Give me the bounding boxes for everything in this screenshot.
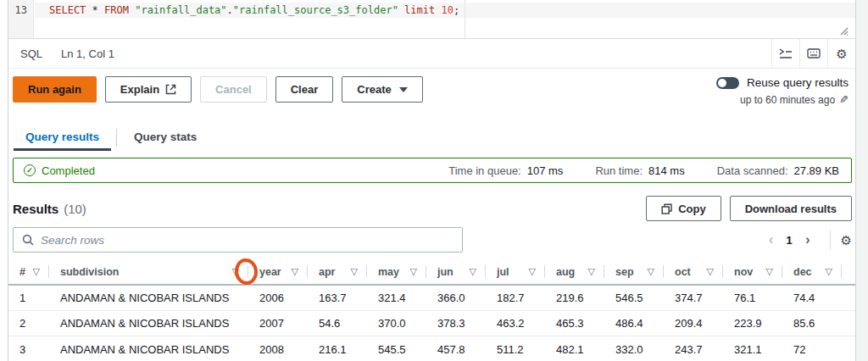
filter-icon[interactable]: ▽	[410, 266, 417, 277]
format-query-icon[interactable]	[771, 39, 799, 68]
download-results-button[interactable]: Download results	[730, 196, 852, 221]
filter-icon[interactable]: ▽	[292, 266, 298, 277]
sql-query-line[interactable]: SELECT * FROM "rainfall_data"."rainfall_…	[35, 3, 855, 18]
tab-query-results[interactable]: Query results	[8, 123, 116, 151]
column-header[interactable]: oct▽	[664, 259, 723, 284]
filter-icon[interactable]: ▽	[232, 266, 239, 277]
reuse-query-results-block: Reuse query results up to 60 minutes ago…	[716, 76, 849, 106]
column-header[interactable]: may▽	[367, 259, 426, 284]
toggle-knob	[718, 79, 726, 87]
next-page-icon[interactable]: ›	[798, 231, 818, 248]
cell: 3	[8, 343, 49, 356]
cell: 370.0	[367, 317, 426, 330]
explain-button[interactable]: Explain	[105, 76, 192, 103]
run-again-button[interactable]: Run again	[13, 76, 97, 103]
copy-button[interactable]: Copy	[646, 196, 721, 221]
column-label: year	[259, 266, 281, 278]
filter-icon[interactable]: ▽	[766, 266, 773, 277]
clear-label: Clear	[291, 83, 319, 96]
table-row[interactable]: 1 ANDAMAN & NICOBAR ISLANDS 2006 163.7 3…	[8, 286, 855, 311]
cell: 85.6	[782, 317, 842, 330]
table-header-row: #▽ subdivision▽ year▽ apr▽ may▽ jun▽ jul…	[8, 259, 855, 286]
sql-code-editor[interactable]: 13 SELECT * FROM "rainfall_data"."rainfa…	[8, 0, 855, 39]
sql-keyword: SELECT	[49, 4, 86, 16]
filter-icon[interactable]: ▽	[470, 266, 476, 277]
column-header[interactable]: jun▽	[426, 259, 486, 284]
filter-icon[interactable]: ▽	[707, 266, 714, 277]
metric-label: Run time:	[595, 164, 643, 177]
column-header[interactable]: #▽	[8, 259, 49, 284]
cell: 465.3	[545, 317, 604, 330]
success-check-icon: ✓	[24, 164, 36, 176]
caret-down-icon	[399, 87, 408, 92]
results-title: Results	[13, 202, 58, 216]
metric-value: 107 ms	[527, 164, 564, 177]
cancel-button[interactable]: Cancel	[200, 76, 267, 103]
page-background-strip	[856, 0, 868, 361]
keyboard-shortcuts-icon[interactable]	[799, 39, 827, 68]
sql-keyword: limit	[398, 4, 442, 16]
cell: 366.0	[426, 292, 486, 304]
sql-table-name: "rainfall_source_s3_folder"	[233, 4, 398, 16]
column-label: aug	[556, 266, 575, 278]
column-label: #	[19, 266, 25, 278]
copy-icon	[661, 203, 672, 214]
column-header[interactable]: subdivision▽	[49, 259, 248, 284]
pager-divider	[830, 230, 831, 249]
filter-icon[interactable]: ▽	[588, 266, 595, 277]
query-metrics: Time in queue: 107 ms Run time: 814 ms D…	[448, 164, 839, 177]
filter-icon[interactable]: ▽	[826, 266, 832, 277]
column-header[interactable]: apr▽	[308, 259, 367, 284]
previous-page-icon[interactable]: ‹	[761, 231, 782, 248]
filter-icon[interactable]: ▽	[351, 266, 358, 277]
table-preferences-icon[interactable]: ⚙	[841, 234, 852, 247]
cell: ANDAMAN & NICOBAR ISLANDS	[49, 292, 248, 304]
column-header[interactable]: aug▽	[545, 259, 604, 284]
column-label: may	[378, 266, 399, 278]
column-header[interactable]: nov▽	[723, 259, 782, 284]
reuse-results-toggle[interactable]	[716, 77, 739, 89]
table-row[interactable]: 3 ANDAMAN & NICOBAR ISLANDS 2008 216.1 5…	[8, 336, 855, 361]
cell: 2	[8, 317, 49, 330]
cell: 2006	[248, 292, 308, 304]
cell: 482.1	[545, 343, 604, 356]
line-number: 13	[15, 4, 27, 16]
column-label: jul	[497, 266, 509, 278]
filter-icon[interactable]: ▽	[648, 266, 654, 277]
tab-query-stats-label: Query stats	[134, 131, 197, 143]
cell: 463.2	[486, 317, 545, 330]
run-again-label: Run again	[28, 83, 81, 96]
reuse-duration-text: up to 60 minutes ago	[740, 94, 835, 106]
editor-status-bar: SQL Ln 1, Col 1 ⚙	[8, 39, 855, 69]
editor-resize-handle-icon[interactable]	[840, 27, 849, 36]
column-header[interactable]: dec▽	[782, 259, 842, 284]
cell: 486.4	[604, 317, 664, 330]
column-header[interactable]: year▽	[248, 259, 308, 284]
reuse-results-label: Reuse query results	[747, 76, 849, 89]
results-header: Results (10) Copy Download results	[13, 196, 852, 221]
cell: ANDAMAN & NICOBAR ISLANDS	[49, 317, 248, 330]
page-number[interactable]: 1	[781, 234, 798, 247]
sql-operator: *	[86, 4, 104, 16]
column-header[interactable]: jul▽	[486, 259, 545, 284]
language-label: SQL	[20, 47, 42, 60]
editor-settings-icon[interactable]: ⚙	[827, 39, 855, 68]
cell: 1	[8, 292, 49, 304]
gear-glyph: ⚙	[836, 47, 847, 60]
cell: 163.7	[308, 292, 367, 304]
search-rows-input[interactable]	[41, 234, 462, 247]
query-status-text: Completed	[42, 164, 95, 177]
filter-icon[interactable]: ▽	[33, 266, 40, 277]
column-header[interactable]: sep▽	[604, 259, 664, 284]
search-box[interactable]	[13, 227, 463, 253]
create-dropdown-button[interactable]: Create	[342, 76, 422, 103]
clear-button[interactable]: Clear	[275, 76, 334, 103]
cell: ANDAMAN & NICOBAR ISLANDS	[49, 343, 248, 356]
cell: 374.7	[664, 292, 723, 304]
tab-query-stats[interactable]: Query stats	[117, 123, 214, 151]
column-label: nov	[734, 266, 753, 278]
edit-pencil-icon[interactable]: ✎	[839, 93, 849, 106]
filter-icon[interactable]: ▽	[529, 266, 536, 277]
sql-dot: .	[227, 4, 233, 16]
table-row[interactable]: 2 ANDAMAN & NICOBAR ISLANDS 2007 54.6 37…	[8, 311, 855, 336]
